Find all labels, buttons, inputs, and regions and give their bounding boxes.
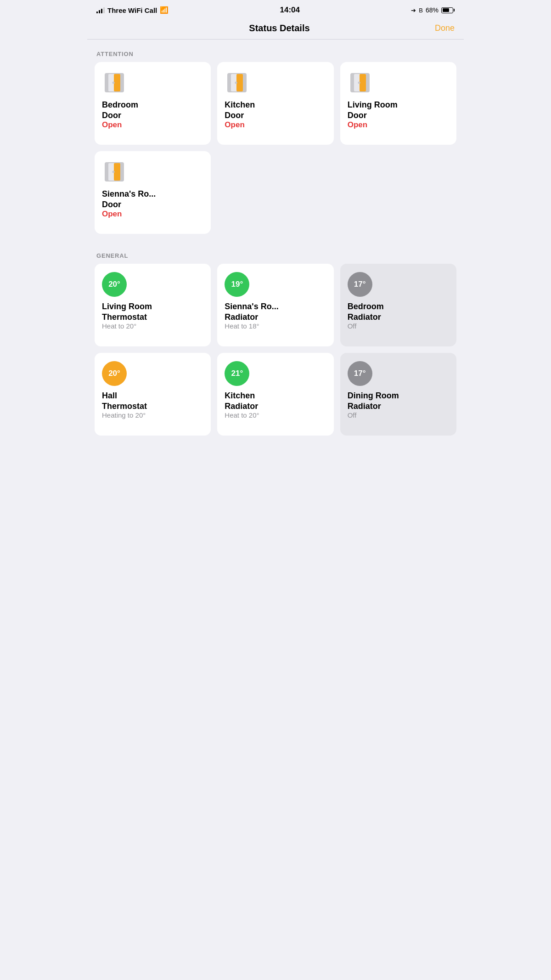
wifi-icon: 📶 <box>160 6 169 14</box>
temp-circle-kitchen-radiator: 21° <box>225 361 249 386</box>
card-bedroom-door-name: BedroomDoor <box>102 100 203 120</box>
card-bedroom-radiator-name: BedroomRadiator <box>348 301 449 322</box>
temp-circle-bedroom-radiator: 17° <box>348 272 372 297</box>
card-bedroom-door[interactable]: BedroomDoor Open <box>95 62 211 145</box>
svg-rect-14 <box>114 163 120 181</box>
done-button[interactable]: Done <box>435 23 455 33</box>
card-dining-room-radiator-status: Off <box>348 411 449 419</box>
status-bar-right: ➔ B 68% <box>411 6 455 14</box>
time-label: 14:04 <box>280 6 300 15</box>
card-kitchen-door-name: KitchenDoor <box>225 100 326 120</box>
card-kitchen-radiator-status: Heat to 20° <box>225 411 326 419</box>
svg-point-15 <box>112 171 115 173</box>
card-hall-thermostat[interactable]: 20° HallThermostat Heating to 20° <box>95 353 211 436</box>
card-bedroom-radiator[interactable]: 17° BedroomRadiator Off <box>340 264 456 346</box>
card-hall-thermostat-status: Heating to 20° <box>102 411 203 419</box>
carrier-label: Three WiFi Call <box>107 6 157 14</box>
battery-icon <box>441 7 455 13</box>
card-siennas-room-door[interactable]: Sienna's Ro...Door Open <box>95 151 211 234</box>
card-dining-room-radiator[interactable]: 17° Dining RoomRadiator Off <box>340 353 456 436</box>
card-living-room-thermostat-name: Living RoomThermostat <box>102 301 203 322</box>
temp-circle-hall-thermostat: 20° <box>102 361 127 386</box>
card-kitchen-door[interactable]: KitchenDoor Open <box>217 62 333 145</box>
empty-slot-2 <box>340 151 456 234</box>
card-kitchen-radiator-name: KitchenRadiator <box>225 391 326 411</box>
card-siennas-room-door-status: Open <box>102 210 203 219</box>
card-siennas-room-door-name: Sienna's Ro...Door <box>102 189 203 210</box>
svg-rect-10 <box>360 74 366 91</box>
section-label-attention: ATTENTION <box>87 40 464 62</box>
status-bar-left: Three WiFi Call 📶 <box>96 6 169 14</box>
svg-point-7 <box>235 82 237 84</box>
temp-circle-siennas-radiator: 19° <box>225 272 249 297</box>
temp-circle-dining-room-radiator: 17° <box>348 361 372 386</box>
card-siennas-radiator-status: Heat to 18° <box>225 322 326 330</box>
bluetooth-icon: B <box>419 7 423 14</box>
card-kitchen-radiator[interactable]: 21° KitchenRadiator Heat to 20° <box>217 353 333 436</box>
page-title: Status Details <box>249 23 309 34</box>
svg-rect-2 <box>114 74 120 91</box>
card-living-room-thermostat-status: Heat to 20° <box>102 322 203 330</box>
section-label-general: GENERAL <box>87 241 464 264</box>
battery-percent: 68% <box>426 6 439 14</box>
location-icon: ➔ <box>411 7 416 14</box>
nav-bar: Status Details Done <box>87 18 464 40</box>
card-bedroom-door-status: Open <box>102 120 203 130</box>
status-bar: Three WiFi Call 📶 14:04 ➔ B 68% <box>87 0 464 18</box>
svg-point-11 <box>358 82 360 84</box>
signal-icon <box>96 7 105 13</box>
temp-circle-living-room: 20° <box>102 272 127 297</box>
card-hall-thermostat-name: HallThermostat <box>102 391 203 411</box>
card-kitchen-door-status: Open <box>225 120 326 130</box>
card-bedroom-radiator-status: Off <box>348 322 449 330</box>
attention-grid: BedroomDoor Open KitchenDoor Open <box>87 62 464 241</box>
card-siennas-radiator[interactable]: 19° Sienna's Ro...Radiator Heat to 18° <box>217 264 333 346</box>
card-living-room-door[interactable]: Living RoomDoor Open <box>340 62 456 145</box>
empty-slot-1 <box>217 151 333 234</box>
door-icon <box>348 70 372 95</box>
svg-rect-6 <box>236 74 243 91</box>
door-icon <box>225 70 249 95</box>
card-living-room-door-status: Open <box>348 120 449 130</box>
card-dining-room-radiator-name: Dining RoomRadiator <box>348 391 449 411</box>
door-icon <box>102 159 127 184</box>
card-living-room-door-name: Living RoomDoor <box>348 100 449 120</box>
card-siennas-radiator-name: Sienna's Ro...Radiator <box>225 301 326 322</box>
svg-point-3 <box>112 82 115 84</box>
card-living-room-thermostat[interactable]: 20° Living RoomThermostat Heat to 20° <box>95 264 211 346</box>
general-grid: 20° Living RoomThermostat Heat to 20° 19… <box>87 264 464 443</box>
door-icon <box>102 70 127 95</box>
